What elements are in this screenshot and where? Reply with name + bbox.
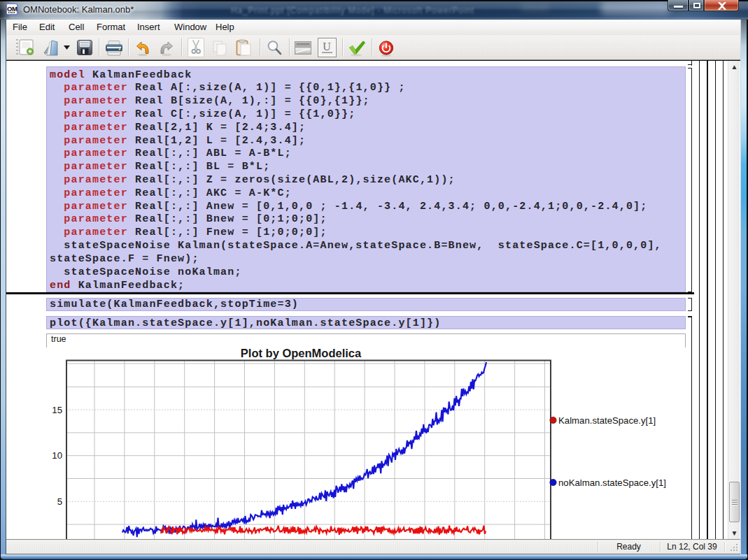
svg-text:15: 15 bbox=[52, 405, 62, 415]
svg-text:5: 5 bbox=[57, 496, 62, 507]
svg-text:10: 10 bbox=[52, 450, 62, 461]
svg-text:U: U bbox=[323, 41, 331, 52]
svg-text:noKalman.stateSpace.y[1]: noKalman.stateSpace.y[1] bbox=[558, 478, 666, 488]
svg-text:Plot by OpenModelica: Plot by OpenModelica bbox=[241, 347, 362, 359]
svg-text:Kalman.stateSpace.y[1]: Kalman.stateSpace.y[1] bbox=[558, 415, 656, 426]
